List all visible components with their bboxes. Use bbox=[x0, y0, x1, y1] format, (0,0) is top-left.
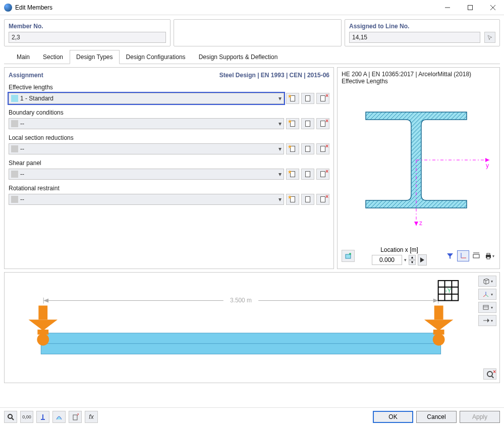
model-view-button[interactable] bbox=[36, 411, 49, 423]
chevron-down-icon: ▾ bbox=[278, 145, 282, 152]
tab-section[interactable]: Section bbox=[36, 50, 70, 64]
render-icon bbox=[55, 413, 63, 420]
render-button[interactable] bbox=[52, 411, 66, 423]
x-icon: × bbox=[325, 93, 328, 98]
delete-button[interactable]: × bbox=[316, 118, 329, 129]
chip-icon bbox=[11, 120, 18, 127]
maximize-button[interactable] bbox=[459, 0, 481, 15]
effective-lengths-dropdown[interactable]: 1 - Standard ▾ bbox=[9, 93, 284, 104]
dimensions-button[interactable] bbox=[470, 250, 482, 261]
delete-button[interactable]: × bbox=[316, 93, 329, 104]
local-section-reductions-label: Local section reductions bbox=[9, 134, 329, 141]
svg-marker-23 bbox=[433, 299, 438, 303]
svg-text:×: × bbox=[77, 413, 79, 418]
stepper-up-icon: ▴ bbox=[409, 255, 416, 260]
svg-marker-8 bbox=[414, 222, 418, 226]
tab-design-supports-deflection[interactable]: Design Supports & Deflection bbox=[192, 50, 285, 64]
svg-rect-9 bbox=[346, 254, 351, 258]
svg-line-48 bbox=[12, 418, 14, 420]
svg-line-40 bbox=[483, 295, 486, 297]
preview-subtitle: Effective Lengths bbox=[342, 78, 495, 85]
view-3d-button[interactable]: ▾ bbox=[478, 276, 496, 287]
delete-button[interactable]: × bbox=[316, 143, 329, 154]
delete-button[interactable]: × bbox=[316, 169, 329, 180]
svg-line-41 bbox=[486, 295, 488, 297]
svg-rect-18 bbox=[487, 257, 490, 259]
edit-button[interactable] bbox=[301, 118, 314, 129]
assigned-input[interactable] bbox=[349, 32, 480, 43]
shear-panel-value: -- bbox=[20, 171, 278, 178]
middle-blank-panel bbox=[174, 19, 342, 46]
units-button[interactable]: 0,00 bbox=[20, 411, 33, 423]
assigned-label: Assigned to Line No. bbox=[349, 23, 495, 30]
new-button[interactable]: ★ bbox=[286, 118, 299, 129]
svg-rect-1 bbox=[468, 5, 472, 10]
function-button[interactable]: fx bbox=[85, 411, 98, 423]
dimensions-icon bbox=[473, 252, 480, 259]
help-button[interactable] bbox=[4, 411, 17, 423]
edit-button[interactable] bbox=[301, 169, 314, 180]
grid-marker-icon: -Y bbox=[438, 281, 459, 301]
chevron-down-icon[interactable]: ▾ bbox=[404, 257, 407, 262]
edit-button[interactable] bbox=[301, 194, 314, 205]
beam-dimension: 3.500 m bbox=[230, 297, 252, 304]
new-button[interactable]: ★ bbox=[286, 194, 299, 205]
shear-panel-dropdown[interactable]: -- ▾ bbox=[9, 169, 284, 180]
delete-button[interactable]: × bbox=[316, 194, 329, 205]
close-button[interactable] bbox=[481, 0, 504, 15]
ok-button[interactable]: OK bbox=[373, 411, 413, 423]
axis-y-label: y bbox=[486, 162, 489, 169]
reset-button[interactable]: × bbox=[69, 411, 82, 423]
star-icon: ★ bbox=[288, 93, 292, 99]
assignment-panel: Assignment Steel Design | EN 1993 | CEN … bbox=[4, 67, 334, 269]
footer: 0,00 × fx OK Cancel Apply bbox=[0, 407, 504, 426]
show-section-values-button[interactable] bbox=[342, 250, 355, 262]
local-section-reductions-dropdown[interactable]: -- ▾ bbox=[9, 143, 284, 154]
edit-button[interactable] bbox=[301, 143, 314, 154]
pick-line-button[interactable] bbox=[484, 32, 495, 43]
boundary-conditions-value: -- bbox=[20, 120, 278, 127]
location-value[interactable]: 0.000 bbox=[372, 255, 402, 265]
view-axes-button[interactable]: ▾ bbox=[478, 289, 496, 300]
function-icon: fx bbox=[89, 413, 93, 420]
rotational-restraint-value: -- bbox=[20, 196, 278, 203]
pick-arrow-icon bbox=[487, 34, 493, 40]
tab-bar: Main Section Design Types Design Configu… bbox=[4, 49, 500, 64]
chevron-down-icon: ▾ bbox=[278, 95, 282, 102]
member-view-canvas: 3.500 m bbox=[8, 276, 469, 380]
axes-icon bbox=[460, 252, 467, 259]
location-stepper[interactable]: ▴ ▾ bbox=[409, 255, 416, 265]
svg-point-34 bbox=[433, 334, 445, 346]
chevron-down-icon: ▾ bbox=[278, 120, 282, 127]
axes-button[interactable] bbox=[457, 250, 469, 261]
location-label: Location x [m] bbox=[380, 246, 418, 253]
column-chip-icon bbox=[11, 95, 18, 102]
cancel-button[interactable]: Cancel bbox=[416, 411, 457, 423]
play-button[interactable] bbox=[418, 254, 427, 265]
tab-design-types[interactable]: Design Types bbox=[70, 50, 120, 64]
model-icon bbox=[39, 413, 46, 420]
support-icon bbox=[482, 317, 489, 324]
rotational-restraint-dropdown[interactable]: -- ▾ bbox=[9, 194, 284, 205]
local-section-reductions-value: -- bbox=[20, 145, 278, 152]
new-button[interactable]: ★ bbox=[286, 93, 299, 104]
reset-zoom-button[interactable]: × bbox=[483, 368, 496, 380]
new-button[interactable]: ★ bbox=[286, 169, 299, 180]
member-no-input[interactable] bbox=[9, 32, 166, 43]
print-button[interactable]: ▾ bbox=[483, 250, 495, 261]
minimize-button[interactable] bbox=[436, 0, 459, 15]
new-button[interactable]: ★ bbox=[286, 143, 299, 154]
boundary-conditions-dropdown[interactable]: -- ▾ bbox=[9, 118, 284, 129]
axis-y-negative-label: -Y bbox=[445, 287, 452, 294]
cube-icon bbox=[482, 278, 489, 285]
view-supports-button[interactable]: ▾ bbox=[478, 315, 496, 326]
view-results-button[interactable]: ▾ bbox=[478, 302, 496, 313]
filter-button[interactable] bbox=[444, 250, 456, 261]
apply-button[interactable]: Apply bbox=[460, 411, 500, 423]
svg-marker-46 bbox=[487, 318, 489, 323]
tab-main[interactable]: Main bbox=[10, 50, 36, 64]
results-icon bbox=[482, 304, 489, 311]
tab-design-configurations[interactable]: Design Configurations bbox=[120, 50, 192, 64]
magnifier-icon: × bbox=[487, 371, 493, 377]
edit-button[interactable] bbox=[301, 93, 314, 104]
